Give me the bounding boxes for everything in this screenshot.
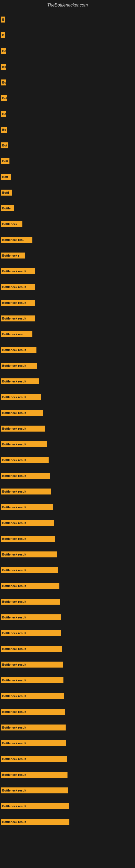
bar-row: Bottleneck result [0, 814, 135, 830]
bar-row: Bott [0, 169, 135, 185]
bar-label: Bot [1, 95, 7, 101]
bar-row: Bo [0, 106, 135, 122]
bar-label: Bottleneck result [1, 630, 61, 636]
bar-row: Bottleneck [0, 216, 135, 232]
bar-row: Bottleneck result [0, 515, 135, 531]
bar-row: Bottleneck resu [0, 326, 135, 342]
bar-row: Bottleneck result [0, 264, 135, 279]
bar-row: Bottleneck result [0, 389, 135, 405]
bar-row: Bottleneck resu [0, 232, 135, 248]
bar-row: Bottleneck result [0, 735, 135, 751]
bar-row: Bo [0, 122, 135, 137]
bar-row: B [0, 12, 135, 27]
bar-label: Bottleneck result [1, 347, 37, 353]
bar-label: Bo [1, 80, 6, 86]
bar-label: Bottleneck result [1, 724, 65, 731]
bar-label: Bottleneck result [1, 552, 57, 557]
bar-row: Bottl [0, 185, 135, 200]
bar-row: Bottleneck result [0, 641, 135, 657]
bar-label: Bo [1, 111, 6, 117]
bar-row: Bottleneck result [0, 405, 135, 421]
bar-row: Bottleneck result [0, 751, 135, 767]
bar-label: Bottleneck result [1, 410, 43, 416]
site-title-bar: TheBottlenecker.com [0, 0, 135, 9]
bar-row: Bot [0, 90, 135, 106]
bar-row: Bottleneck result [0, 468, 135, 484]
bar-label: Bottleneck result [1, 787, 68, 794]
bar-label: Bottleneck result [1, 394, 41, 400]
bar-label: Bottleneck result [1, 756, 67, 762]
bar-label: Bottleneck result [1, 772, 68, 778]
bar-row: B [0, 27, 135, 43]
bar-label: Bottleneck resu [1, 331, 32, 337]
bar-label: Bottleneck result [1, 614, 61, 620]
bar-label: Bottleneck r [1, 252, 25, 258]
bar-label: Bottl [1, 190, 12, 195]
bar-row: Bottleneck result [0, 610, 135, 625]
bar-row: Bottleneck result [0, 688, 135, 704]
bar-row: Bottleneck result [0, 657, 135, 673]
bar-row: Bottleneck result [0, 562, 135, 578]
bar-label: Bottleneck result [1, 693, 64, 699]
bar-label: Bottleneck result [1, 284, 35, 290]
bar-row: Bottleneck result [0, 499, 135, 515]
bar-label: Bo [1, 64, 6, 70]
bar-label: Bottleneck result [1, 677, 63, 683]
bar-label: Bottleneck result [1, 536, 55, 542]
bar-row: Bottleneck result [0, 594, 135, 610]
bar-label: Bottleneck [1, 221, 22, 227]
bar-row: Bo [0, 59, 135, 74]
bar-label: Bottleneck result [1, 520, 54, 526]
bar-row: Bottleneck result [0, 673, 135, 688]
bar-row: Bottleneck result [0, 547, 135, 562]
bar-row: Bott [0, 153, 135, 169]
bar-label: Bottleneck result [1, 300, 35, 306]
bar-row: Bottleneck result [0, 311, 135, 326]
bar-row: Bottleneck result [0, 782, 135, 798]
bar-row: Bottleneck result [0, 279, 135, 295]
bar-label: Bottleneck result [1, 473, 50, 479]
bar-label: Bott [1, 158, 9, 164]
bar-row: Bottleneck result [0, 484, 135, 499]
bar-row: Bot [0, 137, 135, 153]
bar-row: Bottleneck result [0, 358, 135, 373]
bar-label: Bottleneck result [1, 378, 39, 384]
bar-row: Bottleneck result [0, 704, 135, 720]
bar-row: Bottleneck result [0, 625, 135, 641]
bar-row: Bottleneck r [0, 248, 135, 264]
bar-label: Bottleneck result [1, 504, 53, 510]
chart-container: BBBoBoBoBotBoBoBotBottBottBottlBottleBot… [0, 9, 135, 866]
bar-label: Bottleneck resu [1, 237, 32, 243]
bar-label: Bottleneck result [1, 268, 35, 274]
bar-row: Bottleneck result [0, 798, 135, 814]
bar-label: Bottleneck result [1, 646, 62, 652]
bar-label: Bott [1, 174, 11, 180]
bar-label: Bottle [1, 205, 14, 211]
bar-label: Bot [1, 143, 8, 148]
bar-row: Bottleneck result [0, 421, 135, 436]
bar-label: Bottleneck result [1, 583, 59, 589]
bar-row: Bo [0, 74, 135, 90]
bar-label: Bottleneck result [1, 819, 70, 825]
bar-label: Bo [1, 48, 6, 54]
bar-row: Bottleneck result [0, 720, 135, 735]
bar-label: Bottleneck result [1, 457, 49, 463]
bar-label: Bo [1, 127, 7, 133]
site-title: TheBottlenecker.com [0, 0, 135, 9]
bar-row: Bottleneck result [0, 767, 135, 782]
bar-label: Bottleneck result [1, 740, 66, 746]
bar-label: B [1, 17, 5, 23]
bar-row: Bottleneck result [0, 578, 135, 594]
bar-row: Bottleneck result [0, 295, 135, 311]
bar-label: Bottleneck result [1, 441, 47, 447]
bar-label: Bottleneck result [1, 363, 37, 369]
bar-row: Bottleneck result [0, 531, 135, 547]
bar-label: Bottleneck result [1, 709, 65, 715]
bar-row: Bottleneck result [0, 342, 135, 358]
bar-label: B [1, 32, 5, 38]
bar-row: Bottle [0, 200, 135, 216]
bar-row: Bottleneck result [0, 436, 135, 452]
bar-row: Bo [0, 43, 135, 59]
bar-label: Bottleneck result [1, 489, 51, 495]
bar-label: Bottleneck result [1, 803, 69, 809]
